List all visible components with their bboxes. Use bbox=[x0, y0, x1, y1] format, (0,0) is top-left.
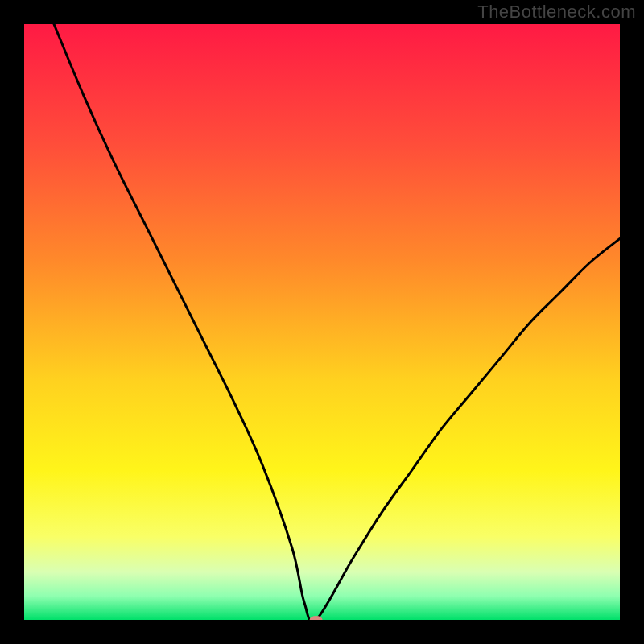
plot-area bbox=[24, 24, 620, 620]
watermark-text: TheBottleneck.com bbox=[477, 2, 636, 23]
bottleneck-plot bbox=[24, 24, 620, 620]
chart-frame: TheBottleneck.com bbox=[0, 0, 644, 644]
